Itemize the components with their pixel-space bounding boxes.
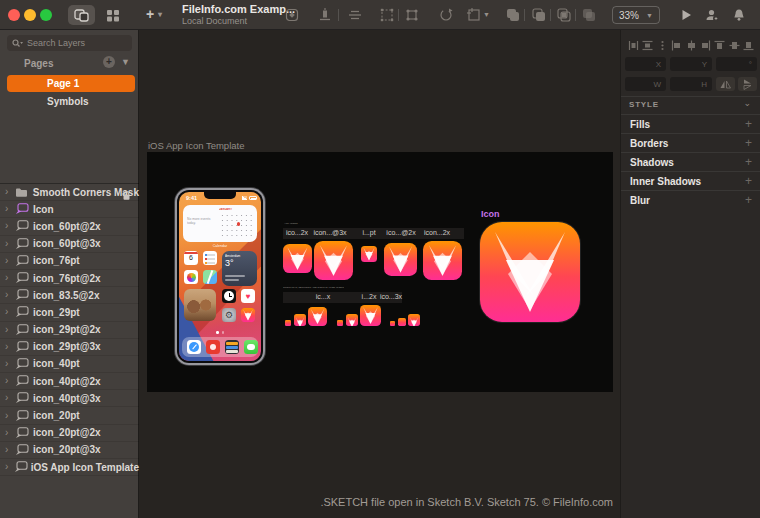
app-icon-instance[interactable] xyxy=(408,314,420,326)
layer-label[interactable]: i...pt xyxy=(362,229,375,236)
x-position-field[interactable]: X xyxy=(625,57,666,71)
distribute-icon[interactable] xyxy=(347,7,363,23)
more-options-icon[interactable] xyxy=(657,37,668,55)
frame-icon[interactable]: ▼ xyxy=(466,7,482,23)
add-fills-button[interactable]: + xyxy=(745,117,752,131)
add-blur-button[interactable]: + xyxy=(745,193,752,207)
play-icon[interactable] xyxy=(678,7,694,23)
artboard-title[interactable]: iOS App Icon Template xyxy=(148,140,244,151)
distribute-horizontal-icon[interactable] xyxy=(628,37,639,55)
layer-row[interactable]: ›icon_83.5@2x xyxy=(0,287,139,304)
chevron-down-icon[interactable]: ⌄ xyxy=(743,98,751,108)
align-top-icon[interactable] xyxy=(714,37,725,55)
app-icon-instance[interactable] xyxy=(337,320,343,326)
flip-vertical-button[interactable] xyxy=(738,77,757,91)
disclosure-icon[interactable]: › xyxy=(5,273,15,283)
disclosure-icon[interactable]: › xyxy=(5,204,15,214)
notifications-icon[interactable] xyxy=(731,7,747,23)
transform-icon[interactable] xyxy=(404,7,420,23)
layer-row[interactable]: ›icon_40pt@3x xyxy=(0,390,139,407)
difference-icon[interactable] xyxy=(581,7,597,23)
disclosure-icon[interactable]: › xyxy=(5,342,15,352)
disclosure-icon[interactable]: › xyxy=(5,239,15,249)
add-page-button[interactable]: + xyxy=(103,56,115,68)
disclosure-icon[interactable]: › xyxy=(5,445,15,455)
align-layer-icon[interactable] xyxy=(317,7,333,23)
layer-label[interactable]: ico...@2x xyxy=(386,229,415,236)
disclosure-icon[interactable]: › xyxy=(5,462,14,472)
width-field[interactable]: W xyxy=(625,77,666,91)
layer-row[interactable]: ›icon_29pt@2x xyxy=(0,322,139,339)
app-icon-instance[interactable] xyxy=(390,321,395,326)
zoom-level-dropdown[interactable]: 33%▼ xyxy=(612,6,660,24)
symbol-diamond-icon[interactable] xyxy=(284,7,300,23)
app-icon-instance[interactable] xyxy=(423,241,462,280)
search-layers-field[interactable]: Search Layers xyxy=(7,35,132,51)
layer-label[interactable]: icon...@3x xyxy=(313,229,346,236)
disclosure-icon[interactable]: › xyxy=(5,359,15,369)
disclosure-icon[interactable]: › xyxy=(5,428,15,438)
app-icon-instance[interactable] xyxy=(283,244,312,273)
layer-row[interactable]: ›icon_40pt@2x xyxy=(0,373,139,390)
align-middle-vertical-icon[interactable] xyxy=(729,37,740,55)
app-icon-instance[interactable] xyxy=(314,241,353,280)
account-icon[interactable] xyxy=(704,7,720,23)
layer-label[interactable]: icon...2x xyxy=(424,229,450,236)
disclosure-icon[interactable]: › xyxy=(5,393,15,403)
layer-row[interactable]: ›iOS App Icon Template xyxy=(0,459,139,476)
flip-horizontal-button[interactable] xyxy=(716,77,735,91)
app-icon-instance[interactable] xyxy=(285,320,291,326)
layer-row[interactable]: ›icon_20pt xyxy=(0,407,139,424)
artboard[interactable]: 9:41 No more events today. JANUARY Calen… xyxy=(147,152,613,392)
app-icon-instance[interactable] xyxy=(398,318,406,326)
disclosure-icon[interactable]: › xyxy=(5,307,15,317)
layer-row[interactable]: ›icon_76pt xyxy=(0,253,139,270)
toggle-right-panels-button[interactable] xyxy=(99,5,126,25)
rotate-copies-icon[interactable] xyxy=(438,7,454,23)
layer-label[interactable]: ic...x xyxy=(316,293,330,300)
selection-icon[interactable] xyxy=(379,7,395,23)
disclosure-icon[interactable]: › xyxy=(5,256,15,266)
layer-row[interactable]: ›icon_60pt@3x xyxy=(0,236,139,253)
layer-label[interactable]: i...2x xyxy=(362,293,377,300)
app-icon-instance[interactable] xyxy=(308,307,327,326)
zoom-window-button[interactable] xyxy=(40,9,52,21)
union-icon[interactable] xyxy=(505,7,521,23)
align-bottom-icon[interactable] xyxy=(743,37,754,55)
rotation-field[interactable]: ° xyxy=(716,57,757,71)
layer-row[interactable]: ›icon_20pt@2x xyxy=(0,425,139,442)
layer-label[interactable]: ico...3x xyxy=(380,293,402,300)
align-right-icon[interactable] xyxy=(700,37,711,55)
intersect-icon[interactable] xyxy=(556,7,572,23)
add-inner-shadows-button[interactable]: + xyxy=(745,174,752,188)
app-icon-instance[interactable] xyxy=(384,243,417,276)
disclosure-icon[interactable]: › xyxy=(5,411,15,421)
page-item-page-1[interactable]: Page 1 xyxy=(7,75,135,92)
height-field[interactable]: H xyxy=(670,77,712,91)
layer-label[interactable]: ico...2x xyxy=(286,229,308,236)
add-shadows-button[interactable]: + xyxy=(745,155,752,169)
align-center-horizontal-icon[interactable] xyxy=(686,37,697,55)
minimize-button[interactable] xyxy=(24,9,36,21)
disclosure-icon[interactable]: › xyxy=(5,221,15,231)
align-left-icon[interactable] xyxy=(671,37,682,55)
disclosure-icon[interactable]: › xyxy=(5,376,15,386)
toggle-left-panels-button[interactable] xyxy=(68,5,95,25)
disclosure-icon[interactable]: › xyxy=(5,325,15,335)
disclosure-icon[interactable]: › xyxy=(5,187,15,197)
distribute-vertical-icon[interactable] xyxy=(642,37,653,55)
subtract-icon[interactable] xyxy=(531,7,547,23)
app-icon-instance[interactable] xyxy=(346,314,358,326)
layer-row[interactable]: ›icon_20pt@3x xyxy=(0,442,139,459)
canvas[interactable]: iOS App Icon Template 9:41 No more event… xyxy=(140,30,619,518)
layer-row[interactable]: ›icon_60pt@2x xyxy=(0,218,139,235)
layer-row[interactable]: ›Smooth Corners Mask xyxy=(0,184,139,201)
app-icon-instance[interactable] xyxy=(361,246,377,262)
layer-row[interactable]: ›icon_40pt xyxy=(0,356,139,373)
disclosure-icon[interactable]: › xyxy=(5,290,15,300)
add-borders-button[interactable]: + xyxy=(745,136,752,150)
app-icon-instance[interactable] xyxy=(294,314,306,326)
y-position-field[interactable]: Y xyxy=(670,57,712,71)
layer-row[interactable]: ›Icon xyxy=(0,201,139,218)
app-icon-instance[interactable] xyxy=(360,305,381,326)
